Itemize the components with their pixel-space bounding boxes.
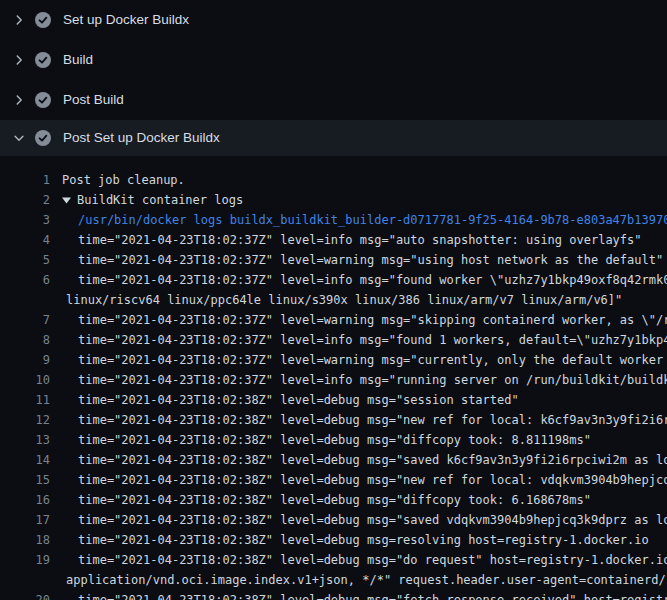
workflow-log-viewer: Set up Docker Buildx Build Post Build — [0, 0, 667, 600]
check-circle-icon — [35, 12, 51, 28]
log-line-text: time="2021-04-23T18:02:38Z" level=debug … — [78, 430, 591, 450]
log-line-number[interactable]: 19 — [0, 550, 50, 570]
log-line-number — [0, 570, 50, 590]
log-row: linux/riscv64 linux/ppc64le linux/s390x … — [0, 290, 667, 310]
log-line-number[interactable]: 11 — [0, 390, 50, 410]
log-line-number[interactable]: 4 — [0, 230, 50, 250]
step-header[interactable]: Build — [0, 40, 667, 80]
log-row: 10 time="2021-04-23T18:02:37Z" level=inf… — [0, 370, 667, 390]
log-line-text: linux/riscv64 linux/ppc64le linux/s390x … — [66, 290, 622, 310]
log-row: 14 time="2021-04-23T18:02:38Z" level=deb… — [0, 450, 667, 470]
log-line-number[interactable]: 18 — [0, 530, 50, 550]
step-header[interactable]: Post Set up Docker Buildx — [0, 120, 667, 156]
log-line-number[interactable]: 9 — [0, 350, 50, 370]
log-line-text: time="2021-04-23T18:02:38Z" level=debug … — [78, 390, 519, 410]
log-command-text: /usr/bin/docker logs buildx_buildkit_bui… — [78, 210, 667, 230]
log-group-label: BuildKit container logs — [77, 190, 243, 210]
log-row: 12 time="2021-04-23T18:02:38Z" level=deb… — [0, 410, 667, 430]
chevron-right-icon — [12, 12, 26, 28]
log-line-text: time="2021-04-23T18:02:37Z" level=info m… — [78, 230, 642, 250]
log-row: 8 time="2021-04-23T18:02:37Z" level=info… — [0, 330, 667, 350]
log-line-text: time="2021-04-23T18:02:37Z" level=info m… — [78, 370, 667, 390]
log-line-number[interactable]: 3 — [0, 210, 50, 230]
log-line-text: time="2021-04-23T18:02:38Z" level=debug … — [78, 410, 667, 430]
log-line-text: time="2021-04-23T18:02:37Z" level=warnin… — [78, 350, 667, 370]
log-line-number[interactable]: 1 — [0, 170, 50, 190]
chevron-right-icon — [12, 92, 26, 108]
log-line-number[interactable]: 16 — [0, 490, 50, 510]
log-line-number[interactable]: 20 — [0, 590, 50, 600]
step-label: Build — [63, 52, 93, 68]
log-row: 1 Post job cleanup. — [0, 170, 667, 190]
log-line-number[interactable]: 12 — [0, 410, 50, 430]
step-header[interactable]: Post Build — [0, 80, 667, 120]
log-row: 13 time="2021-04-23T18:02:38Z" level=deb… — [0, 430, 667, 450]
log-row: 3 /usr/bin/docker logs buildx_buildkit_b… — [0, 210, 667, 230]
log-row: 9 time="2021-04-23T18:02:37Z" level=warn… — [0, 350, 667, 370]
log-line-text: Post job cleanup. — [62, 170, 185, 190]
log-line-number[interactable]: 2 — [0, 190, 50, 210]
group-expand-triangle-icon — [62, 197, 71, 204]
chevron-right-icon — [12, 52, 26, 68]
log-line-text: time="2021-04-23T18:02:38Z" level=debug … — [78, 590, 667, 600]
log-line-text: time="2021-04-23T18:02:37Z" level=info m… — [78, 270, 667, 290]
log-row: 16 time="2021-04-23T18:02:38Z" level=deb… — [0, 490, 667, 510]
log-line-text: time="2021-04-23T18:02:38Z" level=debug … — [78, 550, 667, 570]
log-row: 5 time="2021-04-23T18:02:37Z" level=warn… — [0, 250, 667, 270]
step-label: Set up Docker Buildx — [63, 12, 189, 28]
log-line-number[interactable]: 13 — [0, 430, 50, 450]
log-line-text: time="2021-04-23T18:02:38Z" level=debug … — [78, 510, 667, 530]
log-line-number[interactable]: 7 — [0, 310, 50, 330]
log-group-row[interactable]: 2 BuildKit container logs — [0, 190, 667, 210]
log-line-text: application/vnd.oci.image.index.v1+json,… — [66, 570, 667, 590]
step-label: Post Build — [63, 92, 124, 108]
check-circle-icon — [35, 92, 51, 108]
step-label: Post Set up Docker Buildx — [63, 130, 220, 146]
log-line-number[interactable]: 15 — [0, 470, 50, 490]
chevron-down-icon — [12, 130, 26, 146]
log-line-text: time="2021-04-23T18:02:37Z" level=warnin… — [78, 250, 663, 270]
step-header[interactable]: Set up Docker Buildx — [0, 0, 667, 40]
log-row: 20 time="2021-04-23T18:02:38Z" level=deb… — [0, 590, 667, 600]
log-row: application/vnd.oci.image.index.v1+json,… — [0, 570, 667, 590]
log-line-text: time="2021-04-23T18:02:38Z" level=debug … — [78, 490, 591, 510]
step-list: Set up Docker Buildx Build Post Build — [0, 0, 667, 156]
log-area: 1 Post job cleanup. 2 BuildKit container… — [0, 156, 667, 600]
check-circle-icon — [35, 130, 51, 146]
log-row: 18 time="2021-04-23T18:02:38Z" level=deb… — [0, 530, 667, 550]
log-line-number[interactable]: 8 — [0, 330, 50, 350]
log-line-text: time="2021-04-23T18:02:37Z" level=info m… — [78, 330, 667, 350]
log-line-number[interactable]: 5 — [0, 250, 50, 270]
log-line-number — [0, 290, 50, 310]
check-circle-icon — [35, 52, 51, 68]
log-row: 17 time="2021-04-23T18:02:38Z" level=deb… — [0, 510, 667, 530]
log-row: 19 time="2021-04-23T18:02:38Z" level=deb… — [0, 550, 667, 570]
log-line-number[interactable]: 17 — [0, 510, 50, 530]
log-row: 7 time="2021-04-23T18:02:37Z" level=warn… — [0, 310, 667, 330]
log-row: 15 time="2021-04-23T18:02:38Z" level=deb… — [0, 470, 667, 490]
log-line-text: time="2021-04-23T18:02:38Z" level=debug … — [78, 470, 667, 490]
log-line-text: time="2021-04-23T18:02:37Z" level=warnin… — [78, 310, 667, 330]
log-line-number[interactable]: 10 — [0, 370, 50, 390]
log-line-number[interactable]: 6 — [0, 270, 50, 290]
log-row: 11 time="2021-04-23T18:02:38Z" level=deb… — [0, 390, 667, 410]
log-line-text: time="2021-04-23T18:02:38Z" level=debug … — [78, 450, 667, 470]
log-line-number[interactable]: 14 — [0, 450, 50, 470]
log-row: 6 time="2021-04-23T18:02:37Z" level=info… — [0, 270, 667, 290]
log-row: 4 time="2021-04-23T18:02:37Z" level=info… — [0, 230, 667, 250]
log-line-text: time="2021-04-23T18:02:38Z" level=debug … — [78, 530, 649, 550]
